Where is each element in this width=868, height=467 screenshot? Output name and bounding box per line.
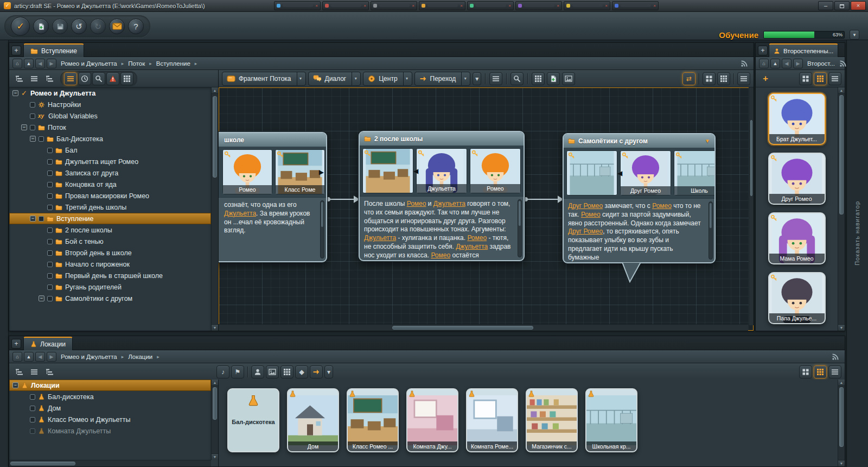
scroll-up-button[interactable]: ▲	[212, 380, 218, 386]
expander[interactable]: −	[30, 216, 36, 222]
flow-node[interactable]: 2 после школы Джульетта Ромео ◀ После шк…	[359, 131, 525, 261]
tree-options-button[interactable]	[43, 365, 56, 378]
node-text-scrollbar[interactable]	[320, 200, 324, 258]
node-text-scrollbar[interactable]	[709, 201, 713, 260]
forward-button[interactable]: ▶	[47, 59, 56, 68]
expander[interactable]: −	[21, 124, 27, 130]
checkbox[interactable]	[39, 216, 44, 222]
character-card[interactable]: Друг Ромео	[768, 153, 826, 205]
recent-button[interactable]	[78, 72, 91, 85]
list-view-button[interactable]	[828, 72, 841, 85]
tree-item[interactable]: −Самолётики с другом	[9, 293, 211, 304]
flow-canvas[interactable]: школе Ромео Класс Роме ▶ сознаёт, что од…	[219, 87, 754, 331]
background-window-button[interactable]: ×	[322, 1, 369, 10]
tree-item[interactable]: Комната Джульетты	[9, 425, 211, 437]
up-button[interactable]: ▲	[24, 59, 34, 68]
feed-icon[interactable]	[741, 60, 748, 67]
back-button[interactable]: ◀	[35, 59, 45, 68]
back-button[interactable]: ◀	[35, 352, 45, 362]
feed-icon[interactable]	[839, 60, 847, 67]
checkbox[interactable]	[47, 193, 53, 199]
training-dropdown[interactable]: ▾	[850, 30, 859, 40]
tree-item[interactable]: Начало с пироженок	[9, 258, 211, 270]
chevron-down-icon[interactable]: ▾	[403, 72, 411, 85]
entity-link[interactable]: Ромео	[467, 234, 487, 242]
new-tab-button[interactable]: +	[758, 46, 768, 55]
outline-button[interactable]	[489, 72, 502, 85]
home-button[interactable]: ⌂	[759, 59, 769, 68]
locations-tree-hscrollbar[interactable]	[9, 460, 211, 466]
zoom-button[interactable]	[510, 72, 524, 85]
breadcrumb-item[interactable]: Поток	[125, 60, 148, 67]
checkbox[interactable]	[47, 182, 53, 187]
checkbox[interactable]	[47, 296, 53, 301]
scroll-up-button[interactable]: ▲	[838, 380, 845, 386]
node-thumbnail[interactable]	[362, 148, 413, 193]
checkbox[interactable]	[47, 171, 53, 176]
tree-item[interactable]: Второй день в школе	[9, 247, 211, 258]
checkbox[interactable]	[47, 148, 53, 153]
checkbox[interactable]	[47, 239, 53, 244]
scroll-down-button[interactable]: ▼	[212, 324, 218, 331]
chevron-down-icon[interactable]: ▾	[352, 72, 359, 85]
breadcrumb-item[interactable]: Ромео и Джульетта	[58, 60, 120, 67]
tree-item[interactable]: Третий день школы	[9, 201, 211, 213]
new-document-button[interactable]	[33, 18, 49, 34]
up-button[interactable]: ▲	[770, 59, 780, 68]
breadcrumb-item[interactable]: Ромео и Джульетта	[58, 354, 120, 360]
grid-button[interactable]	[280, 365, 293, 378]
tree-item[interactable]: Бал-дискотека	[9, 391, 211, 402]
tree-item-selected[interactable]: −Локации	[9, 380, 211, 391]
diamond-button[interactable]: ◆	[295, 365, 308, 378]
entity-link[interactable]: Ромео	[581, 211, 601, 218]
show-navigator-label[interactable]: Показать навигатор	[854, 201, 860, 266]
maximize-button[interactable]	[834, 1, 850, 10]
entity-link[interactable]: Друг Ромео	[568, 228, 603, 235]
entity-link[interactable]: Ромео	[407, 200, 426, 207]
checkbox[interactable]	[30, 428, 35, 434]
location-cards-scrollbar[interactable]: ▲▼	[838, 380, 845, 466]
new-tab-button[interactable]: +	[11, 339, 21, 349]
checkbox[interactable]	[39, 136, 44, 142]
location-card[interactable]: Дом	[287, 388, 339, 452]
node-text-scrollbar[interactable]	[518, 199, 522, 257]
navigator-strip[interactable]: Показать навигатор	[846, 40, 868, 467]
add-character-button[interactable]: +	[759, 72, 772, 85]
location-card[interactable]: Школьная кр...	[585, 388, 637, 452]
entity-link[interactable]: Джульетта	[456, 243, 488, 250]
tree-item[interactable]: xyGlobal Variables	[9, 110, 211, 122]
jump-button[interactable]	[310, 365, 323, 378]
breadcrumb-item[interactable]: Вступление	[154, 60, 193, 67]
large-grid-view-button[interactable]	[814, 365, 827, 378]
tree-item[interactable]: Бой с тенью	[9, 236, 211, 247]
scroll-down-button[interactable]: ▼	[838, 460, 845, 466]
tree-item[interactable]: −Бал-Дискотека	[9, 133, 211, 144]
add-template-button[interactable]	[547, 72, 560, 85]
scroll-up-button[interactable]: ▲	[838, 87, 845, 94]
palette-hub-button[interactable]: Центр▾	[363, 72, 412, 86]
breadcrumb-item[interactable]: Второст...	[805, 60, 838, 67]
save-button[interactable]	[52, 18, 68, 34]
tab-vstuplenie[interactable]: Вступление	[23, 43, 84, 57]
list-view-button[interactable]	[828, 365, 841, 378]
checkbox[interactable]	[30, 102, 35, 108]
expander[interactable]: −	[12, 382, 18, 388]
node-thumbnail[interactable]: Ромео	[222, 149, 272, 194]
character-card[interactable]: Папа Джулье...	[768, 272, 826, 324]
location-card[interactable]: Бал-дискотека	[227, 388, 279, 452]
node-header[interactable]: 2 после школы	[360, 132, 524, 146]
tree-item[interactable]: Дом	[9, 402, 211, 414]
checkbox[interactable]	[47, 205, 53, 210]
tree-item[interactable]: Настройки	[9, 99, 211, 110]
palette-dialogue-button[interactable]: Диалог▾	[308, 72, 361, 86]
background-window-button[interactable]: ×	[515, 1, 562, 10]
canvas-vscrollbar[interactable]	[749, 87, 754, 325]
node-thumbnail[interactable]: Друг Ромео	[620, 150, 671, 195]
scrollbar-thumb[interactable]	[213, 96, 217, 178]
feed-icon[interactable]	[832, 353, 839, 361]
location-card[interactable]: Магазинчик с...	[526, 388, 578, 452]
scrollbar-thumb[interactable]	[839, 387, 844, 447]
grid-toggle-button[interactable]	[532, 72, 545, 85]
chevron-down-icon[interactable]: ▼	[705, 138, 710, 144]
entity-link[interactable]: Джульетта	[224, 210, 256, 217]
